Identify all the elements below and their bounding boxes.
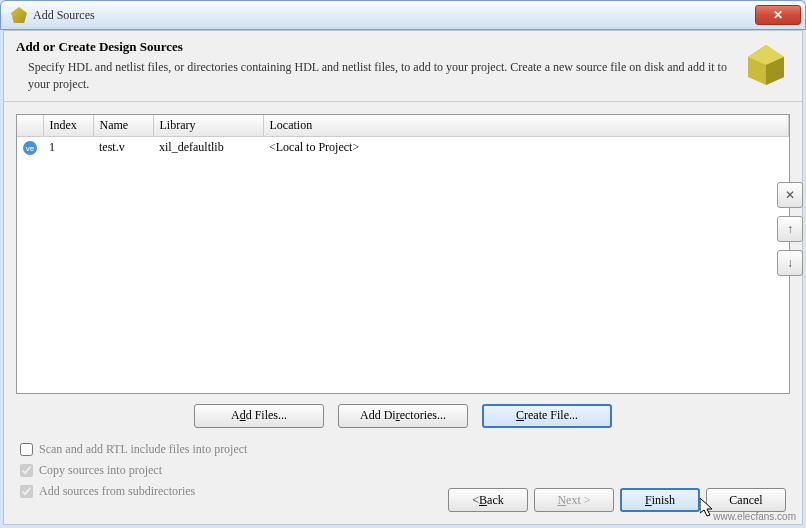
side-buttons: ✕ ↑ ↓: [777, 182, 803, 276]
back-button[interactable]: < Back: [448, 488, 528, 512]
x-icon: ✕: [785, 188, 795, 202]
table-row[interactable]: ve 1 test.v xil_defaultlib <Local to Pro…: [17, 136, 789, 158]
content-panel: Add or Create Design Sources Specify HDL…: [3, 30, 803, 525]
vivado-logo-icon: [742, 39, 790, 87]
cell-name: test.v: [93, 136, 153, 158]
remove-button[interactable]: ✕: [777, 182, 803, 208]
cancel-button[interactable]: Cancel: [706, 488, 786, 512]
verilog-file-icon: ve: [23, 141, 37, 155]
move-up-button[interactable]: ↑: [777, 216, 803, 242]
arrow-up-icon: ↑: [787, 222, 793, 236]
add-directories-button[interactable]: Add Directories...: [338, 404, 468, 428]
col-library[interactable]: Library: [153, 115, 263, 137]
app-icon: [11, 7, 27, 23]
col-icon[interactable]: [17, 115, 43, 137]
create-file-button[interactable]: Create File...: [482, 404, 612, 428]
page-title: Add or Create Design Sources: [16, 39, 730, 55]
wizard-footer: < Back Next > Finish Cancel: [448, 488, 786, 512]
cell-index: 1: [43, 136, 93, 158]
window-title: Add Sources: [33, 8, 755, 23]
copy-sources-checkbox: [20, 464, 33, 477]
arrow-down-icon: ↓: [787, 256, 793, 270]
sources-table[interactable]: Index Name Library Location ve 1 test.v …: [16, 114, 790, 394]
cell-location: <Local to Project>: [263, 136, 789, 158]
scan-rtl-check[interactable]: Scan and add RTL include files into proj…: [20, 442, 790, 457]
subdirs-checkbox: [20, 485, 33, 498]
scan-rtl-checkbox[interactable]: [20, 443, 33, 456]
titlebar: Add Sources ✕: [0, 0, 806, 30]
close-button[interactable]: ✕: [755, 5, 801, 25]
next-button: Next >: [534, 488, 614, 512]
main-area: Index Name Library Location ve 1 test.v …: [4, 102, 802, 517]
copy-sources-check[interactable]: Copy sources into project: [20, 463, 790, 478]
header-panel: Add or Create Design Sources Specify HDL…: [4, 31, 802, 102]
col-name[interactable]: Name: [93, 115, 153, 137]
add-files-button[interactable]: Add Files...: [194, 404, 324, 428]
move-down-button[interactable]: ↓: [777, 250, 803, 276]
cell-library: xil_defaultlib: [153, 136, 263, 158]
page-description: Specify HDL and netlist files, or direct…: [16, 59, 730, 93]
table-header-row: Index Name Library Location: [17, 115, 789, 137]
finish-button[interactable]: Finish: [620, 488, 700, 512]
action-buttons: Add Files... Add Directories... Create F…: [16, 404, 790, 428]
col-location[interactable]: Location: [263, 115, 789, 137]
col-index[interactable]: Index: [43, 115, 93, 137]
